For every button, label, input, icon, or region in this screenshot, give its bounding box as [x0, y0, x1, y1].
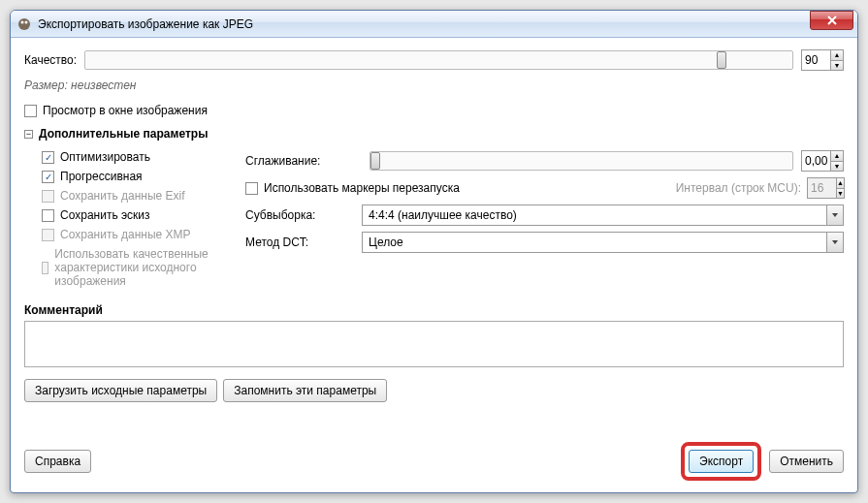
- advanced-left-column: ✓ Оптимизировать ✓ Прогрессивная Сохрани…: [42, 144, 236, 294]
- optimize-label: Оптимизировать: [60, 150, 150, 164]
- advanced-title: Дополнительные параметры: [39, 127, 208, 141]
- exif-checkbox: [42, 190, 54, 203]
- dct-value[interactable]: [362, 232, 826, 253]
- close-button[interactable]: [810, 11, 853, 30]
- svg-point-1: [21, 20, 24, 23]
- close-icon: [827, 16, 837, 25]
- dct-label: Метод DCT:: [245, 236, 362, 249]
- size-text: Размер: неизвестен: [24, 79, 136, 92]
- export-jpeg-dialog: Экспортировать изображение как JPEG Каче…: [10, 10, 858, 493]
- smoothing-spinner[interactable]: ▲▼: [801, 150, 844, 172]
- subsampling-combo[interactable]: [362, 204, 844, 226]
- restart-markers-checkbox[interactable]: [245, 182, 258, 195]
- titlebar: Экспортировать изображение как JPEG: [11, 11, 857, 38]
- chevron-down-icon: [831, 238, 839, 246]
- defaults-button-row: Загрузить исходные параметры Запомнить э…: [24, 379, 844, 402]
- quality-spin-down[interactable]: ▼: [830, 60, 844, 72]
- window-title: Экспортировать изображение как JPEG: [38, 17, 810, 31]
- preview-label: Просмотр в окне изображения: [43, 104, 208, 117]
- smoothing-slider[interactable]: [370, 151, 793, 171]
- quality-row: Качество: ▲▼: [24, 49, 844, 71]
- preview-row: Просмотр в окне изображения: [24, 104, 844, 117]
- quality-slider[interactable]: [84, 50, 793, 70]
- interval-spin-up: ▲: [836, 177, 845, 188]
- xmp-checkbox: [42, 229, 54, 241]
- load-defaults-button[interactable]: Загрузить исходные параметры: [24, 379, 217, 402]
- save-defaults-button[interactable]: Запомнить эти параметры: [223, 379, 387, 402]
- quality-spin-up[interactable]: ▲: [830, 49, 844, 60]
- chevron-down-icon: [831, 211, 839, 219]
- smoothing-slider-thumb[interactable]: [370, 152, 380, 170]
- use-src-quality-checkbox: [42, 262, 48, 274]
- use-src-quality-label: Использовать качественные характеристики…: [54, 247, 236, 288]
- advanced-expander[interactable]: − Дополнительные параметры: [24, 127, 844, 141]
- preview-checkbox[interactable]: [24, 105, 37, 117]
- advanced-panel: ✓ Оптимизировать ✓ Прогрессивная Сохрани…: [24, 144, 844, 294]
- exif-label: Сохранить данные Exif: [60, 189, 185, 203]
- progressive-label: Прогрессивная: [60, 170, 143, 183]
- restart-markers-label: Использовать маркеры перезапуска: [264, 181, 676, 195]
- advanced-right-column: Сглаживание: ▲▼ Использовать маркеры пер…: [245, 144, 844, 294]
- interval-spinner: ▲▼: [807, 177, 844, 199]
- subsampling-label: Субвыборка:: [245, 208, 362, 222]
- thumb-checkbox[interactable]: [42, 209, 54, 222]
- interval-value-input: [807, 177, 836, 199]
- footer-row: Справка Экспорт Отменить: [24, 430, 844, 481]
- subsampling-value[interactable]: [362, 204, 826, 226]
- thumb-label: Сохранить эскиз: [60, 208, 150, 222]
- smoothing-label: Сглаживание:: [245, 154, 362, 168]
- subsampling-dropdown-button[interactable]: [826, 204, 844, 226]
- cancel-button[interactable]: Отменить: [769, 450, 844, 473]
- progressive-checkbox[interactable]: ✓: [42, 171, 54, 183]
- xmp-label: Сохранить данные XMP: [60, 228, 191, 241]
- interval-label: Интервал (строк MCU):: [676, 181, 801, 195]
- expander-minus-icon: −: [24, 130, 33, 139]
- help-button[interactable]: Справка: [24, 450, 91, 473]
- quality-value-input[interactable]: [801, 49, 830, 71]
- quality-slider-thumb[interactable]: [717, 51, 726, 69]
- dct-combo[interactable]: [362, 232, 844, 253]
- svg-point-2: [25, 20, 28, 23]
- interval-spin-down: ▼: [836, 188, 845, 200]
- smoothing-spin-down[interactable]: ▼: [830, 161, 844, 173]
- app-icon: [16, 16, 32, 32]
- smoothing-value-input[interactable]: [801, 150, 830, 172]
- comment-textarea[interactable]: [24, 321, 844, 367]
- client-area: Качество: ▲▼ Размер: неизвестен Просмотр…: [11, 38, 857, 492]
- quality-label: Качество:: [24, 53, 77, 67]
- export-highlight-ring: Экспорт: [681, 442, 761, 481]
- export-button[interactable]: Экспорт: [689, 450, 754, 473]
- size-row: Размер: неизвестен: [24, 79, 844, 92]
- dct-dropdown-button[interactable]: [826, 232, 844, 253]
- smoothing-spin-up[interactable]: ▲: [830, 150, 844, 161]
- quality-spinner[interactable]: ▲▼: [801, 49, 844, 71]
- optimize-checkbox[interactable]: ✓: [42, 151, 54, 164]
- comment-label: Комментарий: [24, 303, 844, 317]
- svg-point-0: [18, 18, 30, 30]
